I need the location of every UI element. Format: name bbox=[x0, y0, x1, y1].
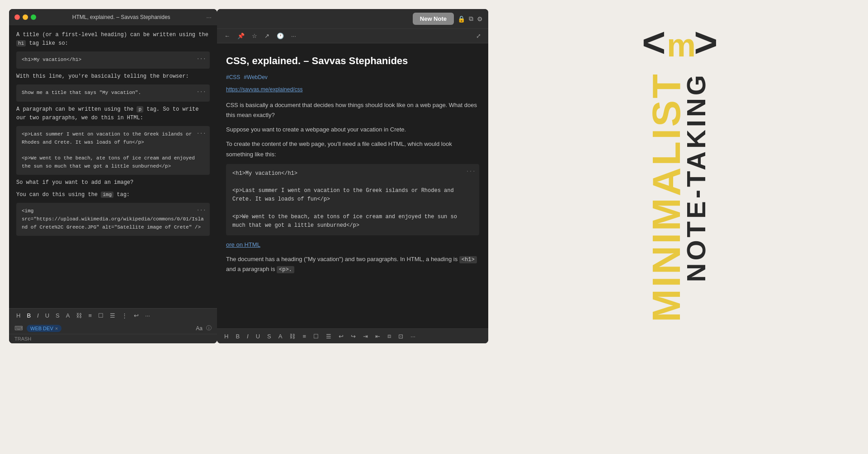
note-tag-css: #CSS bbox=[226, 73, 240, 82]
left-statusbar: ⌨ WEB DEV × Aa ⓘ bbox=[9, 323, 217, 334]
toolbar-link-btn[interactable]: ⛓ bbox=[74, 311, 84, 320]
note-code-menu[interactable]: ··· bbox=[466, 168, 476, 176]
code-block-2-menu[interactable]: ··· bbox=[196, 88, 206, 97]
toolbar-ul-btn[interactable]: ☰ bbox=[108, 311, 117, 320]
rtb-color[interactable]: A bbox=[277, 332, 284, 341]
minimize-traffic-light[interactable] bbox=[23, 14, 28, 20]
close-traffic-light[interactable] bbox=[14, 14, 20, 20]
right-panel-content: CSS, explained. – Savvas Stephanides #CS… bbox=[217, 43, 488, 328]
rtb-heading[interactable]: H bbox=[222, 332, 230, 341]
keyboard-icon: ⌨ bbox=[14, 325, 23, 332]
history-btn[interactable]: 🕐 bbox=[275, 32, 286, 40]
code-block-1: <h1>My vacation</h1> ··· bbox=[16, 51, 210, 69]
note-code-block-1: <h1>My vacation</h1><p>Last summer I wen… bbox=[226, 164, 479, 235]
rtb-code[interactable]: ⊡ bbox=[396, 332, 405, 341]
brand-logo: < m > bbox=[637, 18, 719, 63]
rtb-indent[interactable]: ⇥ bbox=[361, 332, 370, 341]
toolbar-ol-btn[interactable]: ⋮ bbox=[120, 311, 129, 320]
lock-icon[interactable]: 🔒 bbox=[458, 15, 465, 23]
note-inline-p: <p>. bbox=[277, 266, 294, 273]
left-titlebar: HTML, explained. – Savvas Stephanides ··… bbox=[9, 9, 217, 25]
rtb-bold[interactable]: B bbox=[234, 332, 241, 341]
rtb-table[interactable]: ⧈ bbox=[386, 332, 393, 341]
note-para-1: CSS is basically a document that decides… bbox=[226, 100, 479, 120]
text-para-4: So what if you want to add an image? bbox=[16, 178, 210, 187]
brand-area: < m > MINIMALIST NOTE-TAKING bbox=[488, 0, 868, 454]
rtb-italic[interactable]: I bbox=[245, 332, 250, 341]
svg-text:>: > bbox=[694, 20, 718, 63]
brand-subtitle: NOTE-TAKING bbox=[684, 72, 708, 282]
inline-code-img: img bbox=[101, 192, 113, 198]
brand-title: MINIMALIST bbox=[648, 72, 684, 322]
tag-label: WEB DEV bbox=[30, 326, 53, 331]
note-link[interactable]: https://savvas.me/explained/css bbox=[226, 85, 479, 94]
toolbar-align-btn[interactable]: ≡ bbox=[86, 311, 94, 320]
inline-code-h1: h1 bbox=[16, 40, 26, 47]
left-editor-panel: HTML, explained. – Savvas Stephanides ··… bbox=[9, 9, 217, 343]
tag-close-btn[interactable]: × bbox=[55, 326, 58, 331]
text-para-5: You can do this using the img tag: bbox=[16, 191, 210, 199]
rtb-ul[interactable]: ☰ bbox=[324, 332, 333, 341]
note-tags: #CSS #WebDev bbox=[226, 73, 479, 82]
rtb-redo[interactable]: ↪ bbox=[349, 332, 358, 341]
svg-text:<: < bbox=[642, 20, 666, 63]
note-para-bottom: The document has a heading ("My vacation… bbox=[226, 254, 479, 275]
rtb-link[interactable]: ⛓ bbox=[288, 332, 297, 341]
code-block-2: Show me a title that says "My vacation".… bbox=[16, 84, 210, 102]
toolbar-more-btn[interactable]: ··· bbox=[143, 311, 152, 320]
toolbar-checkbox-btn[interactable]: ☐ bbox=[96, 311, 105, 320]
toolbar-color-btn[interactable]: A bbox=[64, 311, 72, 320]
new-note-button[interactable]: New Note bbox=[413, 13, 454, 25]
left-panel-title: HTML, explained. – Savvas Stephanides bbox=[40, 14, 203, 20]
rtb-outdent[interactable]: ⇤ bbox=[373, 332, 382, 341]
maximize-traffic-light[interactable] bbox=[31, 14, 36, 20]
code-block-1-menu[interactable]: ··· bbox=[196, 55, 206, 64]
toolbar-italic-btn[interactable]: I bbox=[35, 311, 41, 320]
note-link-bottom[interactable]: ore on HTML bbox=[226, 240, 479, 250]
note-inline-h1: <h1> bbox=[459, 256, 477, 263]
rtb-underline[interactable]: U bbox=[254, 332, 262, 341]
rtb-strike[interactable]: S bbox=[265, 332, 273, 341]
left-panel-menu[interactable]: ··· bbox=[206, 14, 212, 21]
back-btn[interactable]: ← bbox=[222, 32, 232, 40]
toolbar-underline-btn[interactable]: U bbox=[43, 311, 51, 320]
toolbar-bold-btn[interactable]: B bbox=[25, 311, 33, 320]
share-btn[interactable]: ↗ bbox=[263, 32, 271, 40]
code-block-4: <imgsrc="https://upload.wikimedia.org/wi… bbox=[16, 203, 210, 236]
note-title: CSS, explained. – Savvas Stephanides bbox=[226, 52, 479, 69]
font-size-btn[interactable]: Aa bbox=[196, 325, 203, 332]
trash-label: TRASH bbox=[9, 334, 217, 343]
inline-code-p: p bbox=[137, 106, 143, 112]
text-para-1: A title (or a first-level heading) can b… bbox=[16, 31, 210, 48]
rtb-more[interactable]: ··· bbox=[409, 332, 417, 341]
svg-text:m: m bbox=[667, 27, 696, 63]
toolbar-strikethrough-btn[interactable]: S bbox=[54, 311, 61, 320]
pin-btn[interactable]: 📌 bbox=[236, 32, 246, 40]
status-tag-webdev: WEB DEV × bbox=[27, 325, 61, 332]
duplicate-icon[interactable]: ⧉ bbox=[469, 15, 473, 23]
right-note-panel: New Note 🔒 ⧉ ⚙ ← 📌 ☆ ↗ 🕐 ··· ⤢ CSS, expl… bbox=[217, 9, 488, 343]
info-btn[interactable]: ⓘ bbox=[206, 324, 212, 332]
right-bottom-toolbar: H B I U S A ⛓ ≡ ☐ ☰ ↩ ↪ ⇥ ⇤ ⧈ ⊡ ··· bbox=[217, 328, 488, 343]
code-block-3-menu[interactable]: ··· bbox=[196, 130, 206, 138]
toolbar-heading-btn[interactable]: H bbox=[14, 311, 22, 320]
note-tag-webdev: #WebDev bbox=[244, 73, 267, 82]
rtb-undo[interactable]: ↩ bbox=[337, 332, 345, 341]
right-toolbar: ← 📌 ☆ ↗ 🕐 ··· ⤢ bbox=[217, 29, 488, 43]
traffic-lights bbox=[14, 14, 36, 20]
right-topbar: New Note 🔒 ⧉ ⚙ bbox=[217, 9, 488, 29]
more-btn[interactable]: ··· bbox=[289, 32, 298, 40]
rtb-checkbox[interactable]: ☐ bbox=[311, 332, 321, 341]
logo-svg: < m > bbox=[637, 18, 719, 63]
note-para-2: Suppose you want to create a webpage abo… bbox=[226, 125, 479, 135]
brand-text-row: MINIMALIST NOTE-TAKING bbox=[648, 72, 708, 322]
star-btn[interactable]: ☆ bbox=[250, 32, 259, 40]
left-panel-content: A title (or a first-level heading) can b… bbox=[9, 25, 217, 308]
settings-icon[interactable]: ⚙ bbox=[477, 15, 483, 23]
expand-btn[interactable]: ⤢ bbox=[474, 32, 483, 40]
code-block-4-menu[interactable]: ··· bbox=[196, 206, 206, 215]
text-para-3: A paragraph can be written using the p t… bbox=[16, 105, 210, 122]
toolbar-undo-btn[interactable]: ↩ bbox=[132, 311, 141, 320]
note-para-3: To create the content of the web page, y… bbox=[226, 139, 479, 159]
rtb-align[interactable]: ≡ bbox=[301, 332, 308, 341]
